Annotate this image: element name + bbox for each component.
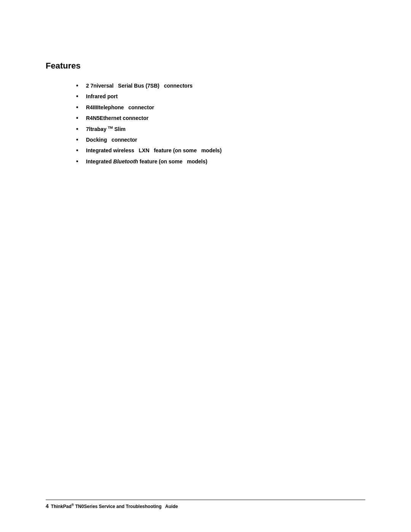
list-item: • Docking connector — [76, 136, 365, 144]
list-item: • R4N5Ethernet connector — [76, 114, 365, 122]
bullet-icon: • — [76, 158, 84, 165]
feature-docking-connector: Docking connector — [86, 136, 137, 144]
registered-superscript: ® — [72, 503, 74, 507]
bullet-icon: • — [76, 83, 84, 89]
bullet-icon: • — [76, 137, 84, 143]
feature-ultrabay: 7ltrabay TM Slim — [86, 125, 126, 133]
bullet-icon: • — [76, 93, 84, 99]
bluetooth-italic: Bluetooth — [113, 158, 138, 165]
list-item: • R4IIIItelephone connector — [76, 103, 365, 112]
footer-page-number: 4 — [46, 503, 49, 509]
footer-label: ThinkPad® TN0Series Service and Troubles… — [51, 503, 178, 509]
footer: 4 ThinkPad® TN0Series Service and Troubl… — [46, 500, 365, 509]
feature-usb-connectors: 2 7niversal Serial Bus (7SB) connectors — [86, 81, 193, 90]
feature-telephone-connector: R4IIIItelephone connector — [86, 103, 154, 112]
section-title: Features — [46, 61, 365, 71]
trademark-superscript: TM — [108, 126, 113, 129]
bullet-icon: • — [76, 126, 84, 132]
features-list: • 2 7niversal Serial Bus (7SB) connector… — [76, 81, 365, 166]
feature-wireless-lan: Integrated wireless LXN feature (on some… — [86, 146, 221, 155]
feature-ethernet-connector: R4N5Ethernet connector — [86, 114, 148, 122]
list-item: • 7ltrabay TM Slim — [76, 125, 365, 133]
feature-infrared-port: Infrared port — [86, 92, 118, 101]
list-item: • Infrared port — [76, 92, 365, 101]
bullet-icon: • — [76, 115, 84, 121]
bullet-icon: • — [76, 104, 84, 110]
list-item: • 2 7niversal Serial Bus (7SB) connector… — [76, 81, 365, 90]
list-item: • Integrated wireless LXN feature (on so… — [76, 146, 365, 155]
page: Features • 2 7niversal Serial Bus (7SB) … — [0, 0, 411, 532]
bullet-icon: • — [76, 147, 84, 153]
list-item: • Integrated Bluetooth feature (on some … — [76, 157, 365, 166]
feature-bluetooth: Integrated Bluetooth feature (on some mo… — [86, 157, 207, 166]
